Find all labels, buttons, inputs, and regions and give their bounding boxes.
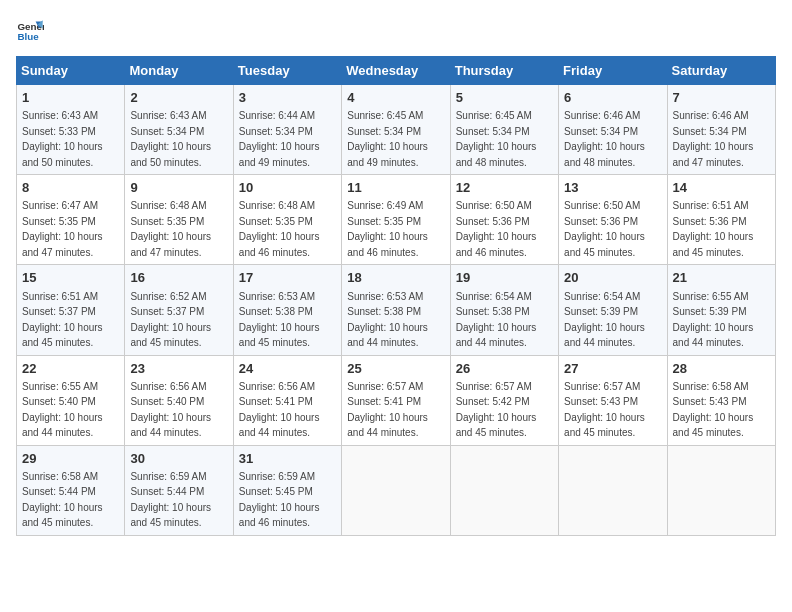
day-info: Sunrise: 6:55 AMSunset: 5:39 PMDaylight:… [673,291,754,349]
day-number: 26 [456,360,553,378]
day-info: Sunrise: 6:51 AMSunset: 5:37 PMDaylight:… [22,291,103,349]
calendar-table: SundayMondayTuesdayWednesdayThursdayFrid… [16,56,776,536]
day-info: Sunrise: 6:55 AMSunset: 5:40 PMDaylight:… [22,381,103,439]
calendar-cell: 31Sunrise: 6:59 AMSunset: 5:45 PMDayligh… [233,445,341,535]
day-info: Sunrise: 6:56 AMSunset: 5:40 PMDaylight:… [130,381,211,439]
calendar-cell: 5Sunrise: 6:45 AMSunset: 5:34 PMDaylight… [450,85,558,175]
week-row-3: 15Sunrise: 6:51 AMSunset: 5:37 PMDayligh… [17,265,776,355]
week-row-5: 29Sunrise: 6:58 AMSunset: 5:44 PMDayligh… [17,445,776,535]
day-info: Sunrise: 6:51 AMSunset: 5:36 PMDaylight:… [673,200,754,258]
calendar-cell: 3Sunrise: 6:44 AMSunset: 5:34 PMDaylight… [233,85,341,175]
header-monday: Monday [125,57,233,85]
calendar-cell: 6Sunrise: 6:46 AMSunset: 5:34 PMDaylight… [559,85,667,175]
calendar-cell: 11Sunrise: 6:49 AMSunset: 5:35 PMDayligh… [342,175,450,265]
header-thursday: Thursday [450,57,558,85]
calendar-cell: 12Sunrise: 6:50 AMSunset: 5:36 PMDayligh… [450,175,558,265]
calendar-cell [342,445,450,535]
day-number: 2 [130,89,227,107]
day-number: 19 [456,269,553,287]
day-info: Sunrise: 6:53 AMSunset: 5:38 PMDaylight:… [347,291,428,349]
calendar-cell: 2Sunrise: 6:43 AMSunset: 5:34 PMDaylight… [125,85,233,175]
calendar-cell: 20Sunrise: 6:54 AMSunset: 5:39 PMDayligh… [559,265,667,355]
day-info: Sunrise: 6:56 AMSunset: 5:41 PMDaylight:… [239,381,320,439]
calendar-cell: 4Sunrise: 6:45 AMSunset: 5:34 PMDaylight… [342,85,450,175]
day-number: 31 [239,450,336,468]
day-info: Sunrise: 6:48 AMSunset: 5:35 PMDaylight:… [239,200,320,258]
day-info: Sunrise: 6:43 AMSunset: 5:33 PMDaylight:… [22,110,103,168]
week-row-4: 22Sunrise: 6:55 AMSunset: 5:40 PMDayligh… [17,355,776,445]
day-info: Sunrise: 6:47 AMSunset: 5:35 PMDaylight:… [22,200,103,258]
week-row-1: 1Sunrise: 6:43 AMSunset: 5:33 PMDaylight… [17,85,776,175]
header-sunday: Sunday [17,57,125,85]
day-info: Sunrise: 6:59 AMSunset: 5:45 PMDaylight:… [239,471,320,529]
day-info: Sunrise: 6:45 AMSunset: 5:34 PMDaylight:… [347,110,428,168]
day-number: 27 [564,360,661,378]
day-number: 20 [564,269,661,287]
day-number: 12 [456,179,553,197]
day-info: Sunrise: 6:46 AMSunset: 5:34 PMDaylight:… [564,110,645,168]
logo-icon: General Blue [16,16,44,44]
calendar-cell: 17Sunrise: 6:53 AMSunset: 5:38 PMDayligh… [233,265,341,355]
calendar-cell: 10Sunrise: 6:48 AMSunset: 5:35 PMDayligh… [233,175,341,265]
calendar-cell [450,445,558,535]
day-number: 30 [130,450,227,468]
day-info: Sunrise: 6:59 AMSunset: 5:44 PMDaylight:… [130,471,211,529]
day-number: 18 [347,269,444,287]
day-number: 16 [130,269,227,287]
day-number: 8 [22,179,119,197]
day-number: 5 [456,89,553,107]
header-wednesday: Wednesday [342,57,450,85]
day-info: Sunrise: 6:45 AMSunset: 5:34 PMDaylight:… [456,110,537,168]
header-tuesday: Tuesday [233,57,341,85]
day-number: 29 [22,450,119,468]
day-info: Sunrise: 6:50 AMSunset: 5:36 PMDaylight:… [564,200,645,258]
calendar-cell: 27Sunrise: 6:57 AMSunset: 5:43 PMDayligh… [559,355,667,445]
calendar-cell: 21Sunrise: 6:55 AMSunset: 5:39 PMDayligh… [667,265,775,355]
day-info: Sunrise: 6:57 AMSunset: 5:42 PMDaylight:… [456,381,537,439]
calendar-cell: 16Sunrise: 6:52 AMSunset: 5:37 PMDayligh… [125,265,233,355]
calendar-header-row: SundayMondayTuesdayWednesdayThursdayFrid… [17,57,776,85]
calendar-cell [559,445,667,535]
calendar-cell: 9Sunrise: 6:48 AMSunset: 5:35 PMDaylight… [125,175,233,265]
calendar-cell: 15Sunrise: 6:51 AMSunset: 5:37 PMDayligh… [17,265,125,355]
day-number: 14 [673,179,770,197]
calendar-cell: 28Sunrise: 6:58 AMSunset: 5:43 PMDayligh… [667,355,775,445]
day-number: 24 [239,360,336,378]
page-header: General Blue [16,16,776,44]
day-number: 9 [130,179,227,197]
day-info: Sunrise: 6:43 AMSunset: 5:34 PMDaylight:… [130,110,211,168]
day-info: Sunrise: 6:48 AMSunset: 5:35 PMDaylight:… [130,200,211,258]
day-number: 13 [564,179,661,197]
day-info: Sunrise: 6:58 AMSunset: 5:43 PMDaylight:… [673,381,754,439]
calendar-cell: 7Sunrise: 6:46 AMSunset: 5:34 PMDaylight… [667,85,775,175]
day-number: 28 [673,360,770,378]
day-info: Sunrise: 6:57 AMSunset: 5:43 PMDaylight:… [564,381,645,439]
calendar-cell: 18Sunrise: 6:53 AMSunset: 5:38 PMDayligh… [342,265,450,355]
calendar-cell: 25Sunrise: 6:57 AMSunset: 5:41 PMDayligh… [342,355,450,445]
day-info: Sunrise: 6:52 AMSunset: 5:37 PMDaylight:… [130,291,211,349]
calendar-cell: 29Sunrise: 6:58 AMSunset: 5:44 PMDayligh… [17,445,125,535]
calendar-cell: 19Sunrise: 6:54 AMSunset: 5:38 PMDayligh… [450,265,558,355]
calendar-cell: 26Sunrise: 6:57 AMSunset: 5:42 PMDayligh… [450,355,558,445]
day-number: 15 [22,269,119,287]
day-info: Sunrise: 6:57 AMSunset: 5:41 PMDaylight:… [347,381,428,439]
header-friday: Friday [559,57,667,85]
day-number: 4 [347,89,444,107]
day-info: Sunrise: 6:50 AMSunset: 5:36 PMDaylight:… [456,200,537,258]
calendar-cell: 13Sunrise: 6:50 AMSunset: 5:36 PMDayligh… [559,175,667,265]
day-info: Sunrise: 6:46 AMSunset: 5:34 PMDaylight:… [673,110,754,168]
day-number: 6 [564,89,661,107]
calendar-cell: 8Sunrise: 6:47 AMSunset: 5:35 PMDaylight… [17,175,125,265]
svg-text:Blue: Blue [17,31,39,42]
day-info: Sunrise: 6:44 AMSunset: 5:34 PMDaylight:… [239,110,320,168]
day-number: 10 [239,179,336,197]
calendar-cell [667,445,775,535]
calendar-cell: 30Sunrise: 6:59 AMSunset: 5:44 PMDayligh… [125,445,233,535]
day-info: Sunrise: 6:54 AMSunset: 5:38 PMDaylight:… [456,291,537,349]
day-info: Sunrise: 6:54 AMSunset: 5:39 PMDaylight:… [564,291,645,349]
day-info: Sunrise: 6:49 AMSunset: 5:35 PMDaylight:… [347,200,428,258]
day-number: 17 [239,269,336,287]
calendar-cell: 24Sunrise: 6:56 AMSunset: 5:41 PMDayligh… [233,355,341,445]
calendar-cell: 23Sunrise: 6:56 AMSunset: 5:40 PMDayligh… [125,355,233,445]
calendar-cell: 14Sunrise: 6:51 AMSunset: 5:36 PMDayligh… [667,175,775,265]
